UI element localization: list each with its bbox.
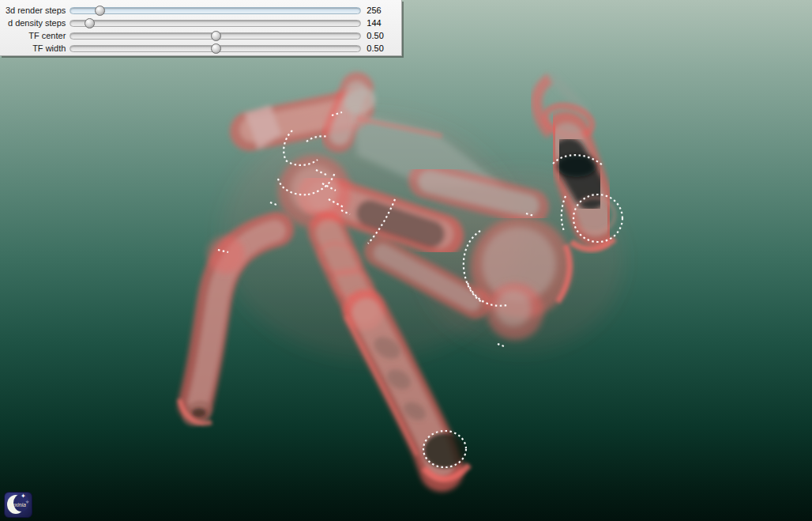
tf-center-value: 0.50 <box>361 31 401 40</box>
slider-row-render-steps: 3d render steps 256 <box>0 4 401 17</box>
slider-row-tf-center: TF center 0.50 <box>0 29 401 42</box>
star-icon: ✦ <box>21 493 26 500</box>
density-steps-label: d density steps <box>0 18 70 28</box>
slider-row-density-steps: d density steps 144 <box>0 17 401 29</box>
tf-center-slider-thumb[interactable] <box>211 31 221 41</box>
vessel-rendering <box>0 0 812 521</box>
application-window: 3d render steps 256 d density steps 144 … <box>0 0 812 521</box>
render-steps-slider[interactable] <box>70 7 361 14</box>
logo-text: luxinia <box>5 502 32 508</box>
tf-center-slider[interactable] <box>70 32 361 40</box>
render-settings-panel: 3d render steps 256 d density steps 144 … <box>0 0 402 56</box>
render-steps-value: 256 <box>361 6 401 15</box>
tf-width-slider-thumb[interactable] <box>211 43 221 54</box>
luxinia-logo: ✦ ✧ luxinia <box>4 492 32 518</box>
tf-width-slider[interactable] <box>70 45 361 52</box>
density-steps-value: 144 <box>361 18 401 28</box>
render-steps-slider-thumb[interactable] <box>95 6 105 16</box>
tf-width-label: TF width <box>0 43 70 53</box>
viewport-3d[interactable] <box>0 0 812 521</box>
render-steps-label: 3d render steps <box>0 6 70 15</box>
density-steps-slider-thumb[interactable] <box>85 18 95 28</box>
density-steps-slider[interactable] <box>70 20 361 27</box>
slider-row-tf-width: TF width 0.50 <box>0 42 401 55</box>
tf-center-label: TF center <box>0 31 70 40</box>
tf-width-value: 0.50 <box>361 43 401 53</box>
